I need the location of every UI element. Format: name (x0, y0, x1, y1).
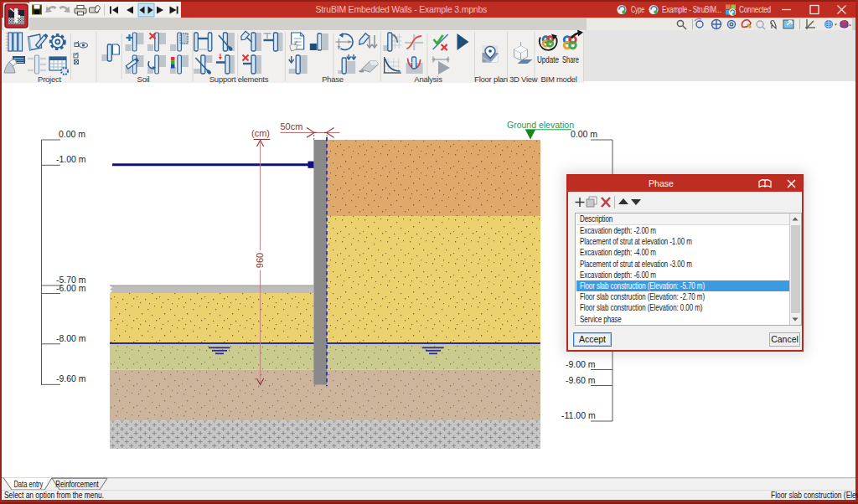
svg-text:-8.00 m: -8.00 m (56, 333, 86, 343)
svg-text:Share: Share (562, 55, 579, 64)
svg-text:-9.00 m: -9.00 m (566, 359, 596, 369)
svg-text:Reinforcement: Reinforcement (55, 480, 99, 489)
svg-text:-9.60 m: -9.60 m (566, 375, 596, 385)
svg-text:0.00 m: 0.00 m (59, 129, 85, 139)
svg-text:Cype: Cype (631, 5, 644, 14)
svg-text:-6.00 m: -6.00 m (56, 283, 86, 293)
svg-text:Connected: Connected (739, 5, 771, 14)
svg-text:Data entry: Data entry (13, 480, 43, 489)
svg-text:Example - StruBIM...: Example - StruBIM... (662, 5, 721, 14)
svg-text:960: 960 (255, 253, 265, 268)
svg-text:0.00 m: 0.00 m (571, 129, 597, 139)
svg-text:-11.00 m: -11.00 m (561, 410, 596, 420)
svg-text:Ground elevation: Ground elevation (507, 120, 574, 130)
svg-text:-9.60 m: -9.60 m (56, 373, 86, 383)
svg-text:Update: Update (537, 55, 559, 64)
svg-text:(cm): (cm) (251, 128, 270, 138)
svg-text:50cm: 50cm (281, 121, 303, 131)
svg-text:-1.00 m: -1.00 m (56, 154, 86, 164)
